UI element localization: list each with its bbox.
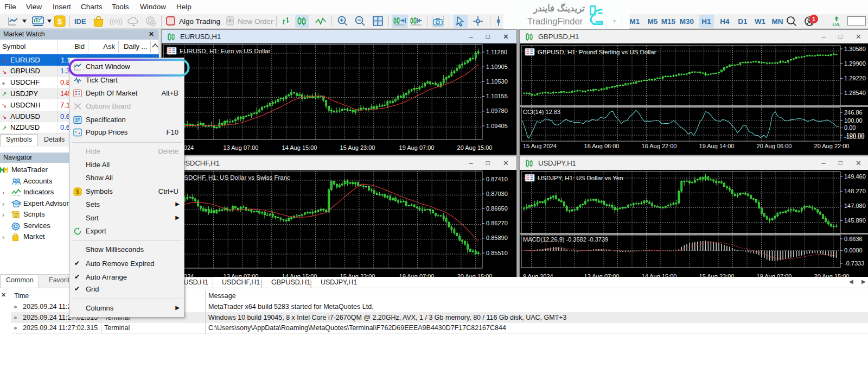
svg-text:024: 024 — [184, 273, 194, 277]
svg-text:GBPUSD, H1: Pound Sterling vs: GBPUSD, H1: Pound Sterling vs US Dollar — [538, 49, 656, 55]
svg-text:148.270: 148.270 — [844, 188, 866, 194]
svg-text:1.10155: 1.10155 — [486, 93, 508, 99]
svg-text:1.10530: 1.10530 — [486, 78, 508, 85]
svg-text:14 Aug 15:00: 14 Aug 15:00 — [282, 273, 317, 277]
svg-text:20 Aug 15:00: 20 Aug 15:00 — [457, 144, 493, 151]
svg-text:147.080: 147.080 — [844, 202, 866, 209]
svg-text:((o)): ((o)) — [110, 17, 123, 25]
svg-text:0.86270: 0.86270 — [486, 220, 508, 226]
svg-text:20 Aug 22:00: 20 Aug 22:00 — [814, 143, 850, 149]
svg-text:20 Aug 06:00: 20 Aug 06:00 — [757, 143, 792, 149]
svg-text:1.11280: 1.11280 — [486, 49, 507, 55]
svg-text:14 Aug 15:00: 14 Aug 15:00 — [642, 273, 677, 277]
svg-text:USDJPY, H1: US Dollar vs Yen: USDJPY, H1: US Dollar vs Yen — [538, 175, 623, 181]
svg-text:0.6636: 0.6636 — [844, 236, 863, 242]
svg-text:20 Aug 15:00: 20 Aug 15:00 — [457, 273, 493, 277]
svg-text:CCI(14) 12.83: CCI(14) 12.83 — [523, 109, 560, 115]
svg-text:1.09405: 1.09405 — [486, 123, 508, 129]
svg-text:1.09780: 1.09780 — [486, 107, 508, 114]
svg-text:MACD(12,26,9) -0.3582 -0.3739: MACD(12,26,9) -0.3582 -0.3739 — [523, 236, 608, 243]
svg-text:1.29220: 1.29220 — [844, 75, 866, 81]
svg-text:0.87410: 0.87410 — [486, 176, 508, 182]
svg-text:1.29900: 1.29900 — [844, 60, 866, 67]
svg-text:16 Aug 22:00: 16 Aug 22:00 — [642, 143, 677, 149]
svg-text:15 Aug 23:00: 15 Aug 23:00 — [340, 144, 375, 151]
svg-text:0.87030: 0.87030 — [486, 191, 508, 197]
svg-text:15 Aug 23:00: 15 Aug 23:00 — [699, 273, 735, 277]
svg-text:0.86650: 0.86650 — [486, 205, 508, 212]
svg-text:$: $ — [76, 188, 79, 195]
svg-text:$: $ — [58, 17, 62, 26]
svg-text:0.00: 0.00 — [844, 124, 856, 131]
svg-text:LVL: LVL — [833, 22, 841, 27]
svg-text:13 Aug 07:00: 13 Aug 07:00 — [224, 273, 259, 277]
svg-text:0.0000: 0.0000 — [844, 247, 863, 254]
svg-text:100.00: 100.00 — [844, 117, 863, 124]
svg-text:0.85510: 0.85510 — [486, 250, 508, 256]
svg-text:1.28540: 1.28540 — [844, 90, 866, 96]
svg-text:15 Aug 2024: 15 Aug 2024 — [523, 143, 557, 149]
svg-text:0.85890: 0.85890 — [486, 235, 508, 241]
svg-text:16 Aug 06:00: 16 Aug 06:00 — [584, 143, 620, 149]
svg-text:IDE: IDE — [74, 17, 86, 26]
svg-text:14 Aug 15:00: 14 Aug 15:00 — [282, 144, 317, 151]
svg-text:13 Aug 07:00: 13 Aug 07:00 — [224, 144, 259, 151]
svg-text:19 Aug 07:00: 19 Aug 07:00 — [399, 273, 435, 277]
svg-text:19 Aug 14:00: 19 Aug 14:00 — [699, 143, 735, 149]
svg-text:19 Aug 07:00: 19 Aug 07:00 — [757, 273, 792, 277]
svg-text:1.30580: 1.30580 — [844, 46, 866, 52]
svg-text:-180.00: -180.00 — [844, 134, 864, 140]
svg-text:19 Aug 07:00: 19 Aug 07:00 — [399, 144, 435, 151]
svg-text:149.460: 149.460 — [844, 173, 866, 180]
svg-text:9 Aug 2024: 9 Aug 2024 — [523, 273, 553, 277]
svg-text:20 Aug 15:00: 20 Aug 15:00 — [814, 273, 850, 277]
svg-text:13 Aug 07:00: 13 Aug 07:00 — [584, 273, 620, 277]
svg-text:15 Aug 23:00: 15 Aug 23:00 — [340, 273, 375, 277]
svg-text:246.86: 246.86 — [844, 109, 863, 116]
svg-text:-0.7333: -0.7333 — [844, 260, 864, 267]
svg-text:024: 024 — [184, 144, 194, 151]
svg-text:USDCHF, H1: US Dollar vs Swis: USDCHF, H1: US Dollar vs Swiss Franc — [180, 174, 290, 181]
svg-text:1.10905: 1.10905 — [486, 64, 508, 70]
svg-text:EURUSD, H1: Euro vs US Dollar: EURUSD, H1: Euro vs US Dollar — [180, 48, 271, 54]
svg-text:145.890: 145.890 — [844, 217, 866, 224]
